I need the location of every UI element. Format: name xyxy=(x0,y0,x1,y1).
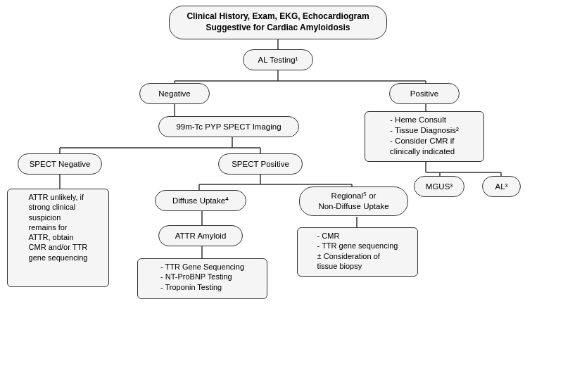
ttr-testing-node: - TTR Gene Sequencing - NT-ProBNP Testin… xyxy=(137,258,267,299)
diffuse-uptake-text: Diffuse Uptake⁴ xyxy=(172,196,229,206)
mgus-node: MGUS³ xyxy=(414,176,464,197)
spect-negative-text: SPECT Negative xyxy=(30,159,91,170)
pyp-spect-text: 99m-Tc PYP SPECT Imaging xyxy=(176,122,281,132)
regional-uptake-node: Regional⁵ or Non-Diffuse Uptake xyxy=(299,186,408,216)
positive-text: Positive xyxy=(410,89,438,99)
title-node: Clinical History, Exam, EKG, Echocardiog… xyxy=(169,6,387,39)
attr-unlikely-text: ATTR unlikely, if strong clinical suspic… xyxy=(29,192,88,263)
pyp-spect-node: 99m-Tc PYP SPECT Imaging xyxy=(158,116,299,137)
attr-amyloid-text: ATTR Amyloid xyxy=(175,231,227,241)
heme-consult-node: - Heme Consult - Tissue Diagnosis² - Con… xyxy=(365,111,484,162)
heme-consult-text: - Heme Consult - Tissue Diagnosis² - Con… xyxy=(390,115,459,157)
positive-node: Positive xyxy=(389,83,460,104)
al-text: AL³ xyxy=(495,182,508,192)
flowchart: Clinical History, Exam, EKG, Echocardiog… xyxy=(0,0,563,392)
diffuse-uptake-node: Diffuse Uptake⁴ xyxy=(155,190,246,211)
regional-uptake-text: Regional⁵ or Non-Diffuse Uptake xyxy=(318,191,388,212)
spect-positive-node: SPECT Positive xyxy=(218,153,303,175)
spect-negative-node: SPECT Negative xyxy=(18,153,102,175)
attr-amyloid-node: ATTR Amyloid xyxy=(158,225,243,246)
al-testing-node: AL Testing¹ xyxy=(243,49,313,70)
al-testing-text: AL Testing¹ xyxy=(258,55,298,65)
ttr-testing-text: - TTR Gene Sequencing - NT-ProBNP Testin… xyxy=(160,262,244,292)
negative-node: Negative xyxy=(139,83,210,104)
cmr-ttr-text: - CMR - TTR gene sequencing ± Considerat… xyxy=(317,231,398,271)
attr-unlikely-node: ATTR unlikely, if strong clinical suspic… xyxy=(7,189,109,287)
title-text: Clinical History, Exam, EKG, Echocardiog… xyxy=(186,11,369,33)
spect-positive-text: SPECT Positive xyxy=(232,159,289,170)
al-node: AL³ xyxy=(482,176,521,197)
mgus-text: MGUS³ xyxy=(426,182,453,192)
cmr-ttr-node: - CMR - TTR gene sequencing ± Considerat… xyxy=(297,227,418,277)
negative-text: Negative xyxy=(158,89,190,99)
